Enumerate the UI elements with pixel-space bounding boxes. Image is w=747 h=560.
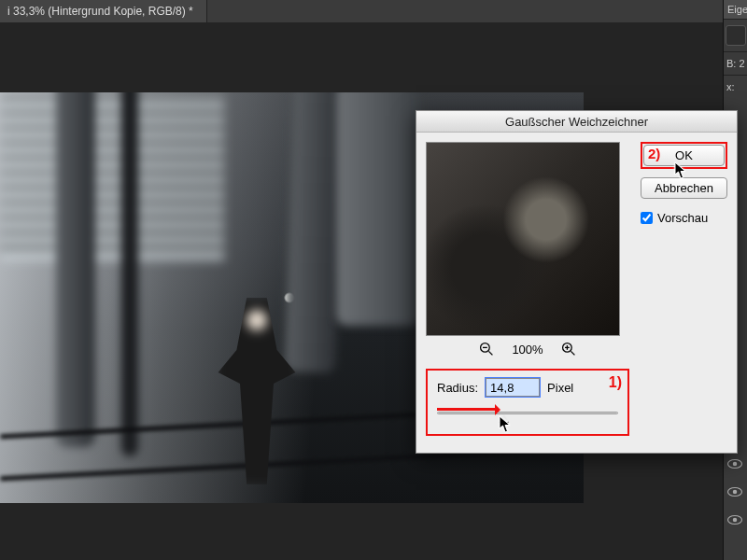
svg-line-8 [489,351,493,355]
layer-visibility-2[interactable] [726,485,743,498]
dialog-titlebar[interactable]: Gaußscher Weichzeichner [416,111,737,133]
zoom-out-icon[interactable] [478,341,495,357]
svg-point-5 [733,518,738,523]
annotation-2: 2) [648,146,660,161]
preview-checkbox-label: Vorschau [657,211,708,225]
radius-label: Radius: [437,381,478,395]
dialog-title: Gaußscher Weichzeichner [505,115,648,129]
document-tab-bar: i 33,3% (Hintergrund Kopie, RGB/8) * [0,0,747,22]
gaussian-blur-dialog: Gaußscher Weichzeichner 100% 1) Radius: … [416,110,738,454]
svg-point-3 [733,490,738,495]
preview-checkbox[interactable] [641,212,653,224]
cancel-button[interactable]: Abbrechen [641,177,727,199]
radius-input[interactable] [486,378,540,397]
document-tab-title: i 33,3% (Hintergrund Kopie, RGB/8) * [7,5,193,18]
blur-preview[interactable] [426,142,620,336]
radius-unit: Pixel [547,381,573,395]
document-tab[interactable]: i 33,3% (Hintergrund Kopie, RGB/8) * [0,0,207,22]
radius-slider[interactable] [437,406,618,421]
layer-visibility-1[interactable] [726,457,743,470]
preview-checkbox-row[interactable]: Vorschau [641,211,727,225]
panel-info-width: B: 2 [724,51,747,75]
zoom-percent: 100% [512,343,543,357]
radius-controls: 1) Radius: Pixel [426,369,629,436]
zoom-in-icon[interactable] [560,341,577,357]
right-panel-header[interactable]: Eige [724,0,747,20]
annotation-1: 1) [609,374,622,391]
ok-button-highlight: 2) OK [641,142,727,169]
layer-visibility-3[interactable] [726,513,743,526]
svg-point-1 [733,462,738,467]
svg-line-12 [571,351,574,355]
panel-info-x: x: [724,75,747,98]
panel-icon[interactable] [726,25,746,46]
